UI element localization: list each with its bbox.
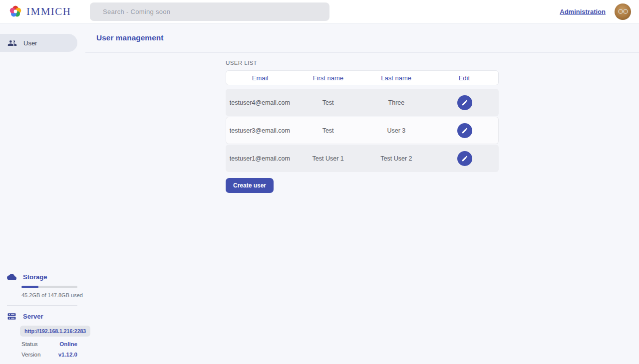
cell-first-name: Test (294, 127, 362, 134)
immich-flower-icon (9, 5, 22, 18)
user-list-section: USER LIST Email First name Last name Edi… (226, 60, 499, 193)
title-bar: User management (85, 23, 639, 53)
search-input[interactable] (90, 2, 329, 21)
server-version-row: Version v1.12.0 (21, 352, 77, 358)
sidebar-item-label: User (23, 39, 37, 47)
pencil-icon (461, 155, 468, 162)
main-content: User management USER LIST Email First na… (85, 23, 639, 364)
sidebar-item-user[interactable]: User (0, 34, 77, 52)
pencil-icon (461, 99, 468, 106)
admin-sidebar: User Storage 45.2GB of 147.8GB used (0, 23, 85, 364)
cell-email: testuser4@email.com (226, 99, 294, 106)
navbar-right: Administration (560, 3, 631, 20)
cell-email: testuser3@email.com (226, 127, 294, 134)
storage-progress-fill (21, 286, 38, 288)
version-label: Version (21, 352, 40, 358)
header-first-name: First name (294, 74, 362, 82)
edit-user-button[interactable] (457, 95, 472, 110)
app-name: IMMICH (26, 5, 71, 18)
storage-usage-text: 45.2GB of 147.8GB used (21, 292, 85, 298)
cell-first-name: Test (294, 99, 362, 106)
status-value: Online (59, 341, 77, 347)
table-row: testuser3@email.com Test User 3 (226, 117, 499, 144)
cell-edit (430, 151, 499, 166)
storage-title: Storage (23, 273, 47, 281)
storage-progress-bar (21, 286, 77, 288)
cell-edit (430, 123, 499, 138)
glasses-icon (618, 8, 629, 14)
status-label: Status (21, 341, 38, 347)
pencil-icon (461, 127, 468, 134)
cell-last-name: Three (362, 99, 431, 106)
table-header-row: Email First name Last name Edit (226, 70, 499, 85)
cloud-icon (7, 272, 16, 282)
server-section-header: Server (0, 312, 85, 321)
user-avatar[interactable] (615, 3, 631, 20)
cell-last-name: Test User 2 (362, 155, 431, 162)
server-url-badge: http://192.168.1.216:2283 (20, 326, 90, 337)
create-user-button[interactable]: Create user (226, 178, 274, 193)
users-icon (7, 38, 17, 48)
storage-section-header: Storage (0, 272, 85, 282)
server-title: Server (23, 313, 43, 320)
sidebar-status-panel: Storage 45.2GB of 147.8GB used (0, 272, 85, 358)
section-label: USER LIST (226, 60, 499, 66)
app-logo: IMMICH (9, 5, 71, 18)
top-navbar: IMMICH Administration (0, 0, 639, 23)
cell-email: testuser1@email.com (226, 155, 294, 162)
header-edit: Edit (430, 74, 498, 82)
cell-first-name: Test User 1 (294, 155, 362, 162)
table-row: testuser1@email.com Test User 1 Test Use… (226, 145, 499, 172)
edit-user-button[interactable] (457, 151, 472, 166)
header-last-name: Last name (362, 74, 430, 82)
page-title: User management (96, 33, 163, 42)
server-status-row: Status Online (21, 341, 77, 347)
cell-edit (430, 95, 499, 110)
edit-user-button[interactable] (457, 123, 472, 138)
administration-link[interactable]: Administration (560, 8, 606, 15)
version-value: v1.12.0 (58, 352, 77, 358)
table-row: testuser4@email.com Test Three (226, 89, 499, 116)
user-table-body: testuser4@email.com Test Three testuser3… (226, 89, 499, 172)
sidebar-divider (7, 305, 77, 306)
cell-last-name: User 3 (362, 127, 431, 134)
server-icon (7, 312, 16, 321)
header-email: Email (226, 74, 294, 82)
